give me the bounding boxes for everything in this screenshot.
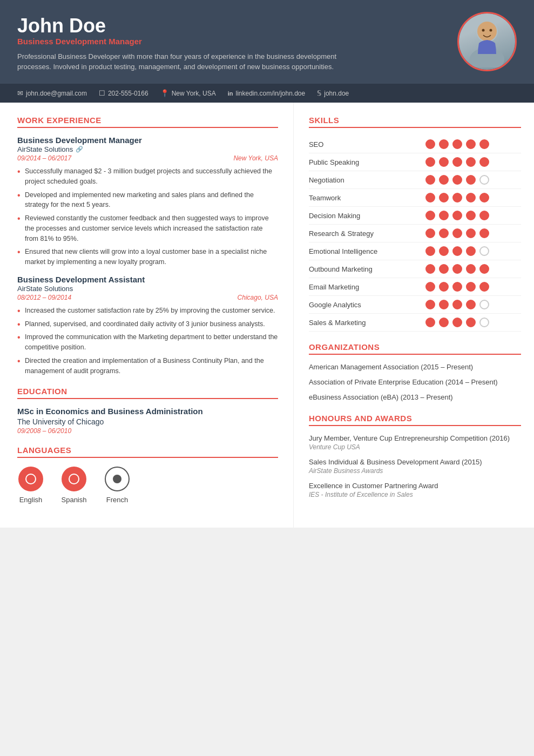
- org-list: American Management Association (2015 – …: [309, 362, 521, 403]
- skill-row-9: Google Analytics: [309, 296, 521, 314]
- bullet-1-4: Ensured that new clients will grow into …: [17, 247, 278, 267]
- dot-2-4: [479, 175, 489, 185]
- contact-location: 📍 New York, USA: [160, 89, 216, 97]
- skills-section: SKILLS SEOPublic SpeakingNegotiationTeam…: [309, 116, 521, 332]
- honour-title-0: Jury Member, Venture Cup Entrepreneurshi…: [309, 434, 521, 443]
- skill-dots-2: [425, 171, 521, 188]
- organizations-title: ORGANIZATIONS: [309, 342, 521, 355]
- lang-english: English: [17, 465, 44, 504]
- dot-3-0: [425, 193, 435, 202]
- dot-5-4: [479, 228, 489, 238]
- svg-point-13: [113, 475, 121, 483]
- skill-row-0: SEO: [309, 136, 521, 153]
- lang-english-label: English: [19, 496, 43, 504]
- candidate-summary: Professional Business Developer with mor…: [17, 51, 341, 72]
- lang-french-label: French: [106, 496, 128, 504]
- skill-row-10: Sales & Marketing: [309, 314, 521, 332]
- dot-1-2: [452, 157, 462, 167]
- dot-9-0: [425, 300, 435, 309]
- dot-9-3: [466, 300, 476, 309]
- dot-1-1: [439, 157, 449, 167]
- dot-10-3: [466, 318, 476, 327]
- dot-1-4: [479, 157, 489, 167]
- dot-9-2: [452, 300, 462, 309]
- skill-name-6: Emotional Intelligence: [309, 242, 425, 260]
- job-meta-1: 09/2014 – 06/2017 New York, USA: [17, 154, 278, 162]
- dot-7-3: [466, 264, 476, 274]
- skill-row-8: Email Marketing: [309, 278, 521, 296]
- dot-0-0: [425, 139, 435, 149]
- dot-2-2: [452, 175, 462, 185]
- dot-10-0: [425, 318, 435, 327]
- svg-point-3: [482, 29, 485, 31]
- honour-title-1: Sales Individual & Business Development …: [309, 457, 521, 467]
- contact-bar: ✉ john.doe@gmail.com ☐ 202-555-0166 📍 Ne…: [0, 84, 534, 103]
- contact-skype: 𝕊 john.doe: [317, 89, 349, 97]
- lang-spanish-label: Spanish: [62, 496, 87, 504]
- honour-source-2: IES - Institute of Excellence in Sales: [309, 491, 521, 498]
- work-experience-section: WORK EXPERIENCE Business Development Man…: [17, 116, 278, 376]
- dot-7-4: [479, 264, 489, 274]
- job-item-1: Business Development Manager AirState So…: [17, 136, 278, 267]
- job-dates-2: 08/2012 – 09/2014: [17, 294, 71, 301]
- candidate-title: Business Development Manager: [17, 37, 517, 46]
- dot-0-3: [466, 139, 476, 149]
- dot-10-2: [452, 318, 462, 327]
- skill-dots-10: [425, 314, 521, 331]
- skill-dots-3: [425, 189, 521, 206]
- honour-source-0: Venture Cup USA: [309, 443, 521, 451]
- skill-name-8: Email Marketing: [309, 278, 425, 296]
- skill-dots-8: [425, 278, 521, 295]
- dot-9-1: [439, 300, 449, 309]
- dot-4-2: [452, 211, 462, 220]
- bullet-2-4: Directed the creation and implementation…: [17, 356, 278, 376]
- bullet-1-3: Reviewed constantly the customer feedbac…: [17, 213, 278, 244]
- phone-icon: ☐: [99, 89, 105, 97]
- skill-name-3: Teamwork: [309, 189, 425, 207]
- dot-8-1: [439, 282, 449, 292]
- dot-4-0: [425, 211, 435, 220]
- education-title: EDUCATION: [17, 387, 278, 399]
- dot-6-0: [425, 246, 435, 256]
- skill-dots-9: [425, 296, 521, 313]
- honour-item-1: Sales Individual & Business Development …: [309, 457, 521, 475]
- dot-2-1: [439, 175, 449, 185]
- organizations-section: ORGANIZATIONS American Management Associ…: [309, 342, 521, 403]
- honour-item-2: Excellence in Customer Partnering AwardI…: [309, 481, 521, 498]
- dot-8-3: [466, 282, 476, 292]
- edu-degree: MSc in Economics and Business Administra…: [17, 407, 278, 416]
- skill-name-2: Negotiation: [309, 171, 425, 189]
- job-bullets-2: Increased the customer satisfaction rate…: [17, 306, 278, 376]
- skill-dots-4: [425, 207, 521, 224]
- skill-row-5: Research & Strategy: [309, 225, 521, 242]
- contact-linkedin: in linkedin.com/in/john.doe: [228, 90, 306, 97]
- skill-row-3: Teamwork: [309, 189, 521, 207]
- bullet-2-2: Planned, supervised, and coordinated dai…: [17, 319, 278, 329]
- dot-4-1: [439, 211, 449, 220]
- skill-dots-5: [425, 225, 521, 242]
- skill-row-2: Negotiation: [309, 171, 521, 189]
- dot-3-4: [479, 193, 489, 202]
- bullet-2-1: Increased the customer satisfaction rate…: [17, 306, 278, 316]
- resume-container: John Doe Business Development Manager Pr…: [0, 0, 534, 528]
- skill-row-6: Emotional Intelligence: [309, 242, 521, 260]
- dot-8-4: [479, 282, 489, 292]
- job-bullets-1: Successfully managed $2 - 3 million budg…: [17, 166, 278, 267]
- skill-name-5: Research & Strategy: [309, 225, 425, 242]
- skill-name-9: Google Analytics: [309, 296, 425, 314]
- honour-item-0: Jury Member, Venture Cup Entrepreneurshi…: [309, 434, 521, 451]
- languages-title: LANGUAGES: [17, 446, 278, 458]
- candidate-name: John Doe: [17, 15, 517, 37]
- dot-4-3: [466, 211, 476, 220]
- dot-10-1: [439, 318, 449, 327]
- svg-point-4: [490, 29, 492, 31]
- job-company-1: AirState Solutions 🔗: [17, 145, 278, 153]
- honours-section: HONOURS AND AWARDS Jury Member, Venture …: [309, 414, 521, 499]
- external-link-icon: 🔗: [76, 146, 83, 153]
- languages-section: LANGUAGES English: [17, 446, 278, 504]
- honours-list: Jury Member, Venture Cup Entrepreneurshi…: [309, 434, 521, 499]
- skill-row-7: Outbound Marketing: [309, 260, 521, 278]
- contact-phone: ☐ 202-555-0166: [99, 89, 148, 97]
- honour-title-2: Excellence in Customer Partnering Award: [309, 481, 521, 491]
- dot-6-3: [466, 246, 476, 256]
